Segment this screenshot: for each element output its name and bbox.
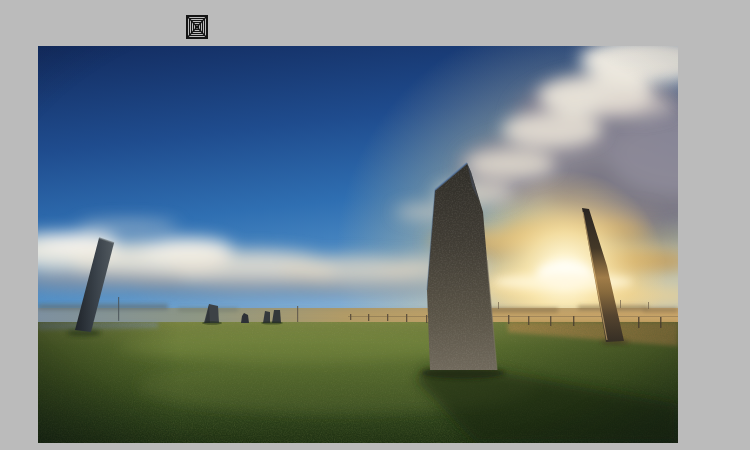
page-canvas [0,0,750,450]
broken-image-icon [186,15,208,39]
broken-image-icon-svg [186,15,208,39]
vignette [38,46,678,443]
photo-scene [38,46,678,443]
standing-stones-photo [38,46,678,443]
